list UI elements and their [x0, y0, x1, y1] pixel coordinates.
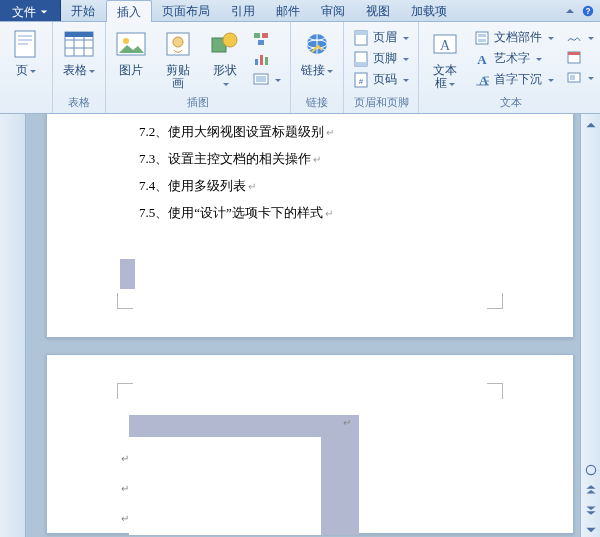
smartart-button[interactable] [250, 30, 284, 48]
document-workspace: 7.2、使用大纲视图设置标题级别 7.3、设置主控文档的相关操作 7.4、使用多… [0, 114, 600, 537]
pagenum-label: 页码 [373, 71, 397, 88]
ribbon-tab-strip: 文件 开始 插入 页面布局 引用 邮件 审阅 视图 加载项 ? [0, 0, 600, 22]
svg-rect-21 [255, 59, 258, 65]
textbox-button[interactable]: A 文本框 [425, 26, 465, 92]
paragraph-mark: ↵ [121, 483, 129, 494]
shapes-label: 形状 [209, 64, 240, 90]
chart-button[interactable] [250, 50, 284, 68]
page-icon [10, 28, 42, 60]
margin-marker [487, 293, 503, 309]
svg-rect-37 [478, 34, 486, 37]
links-label: 链接 [301, 64, 333, 77]
pagenum-button[interactable]: # 页码 [350, 70, 412, 89]
screenshot-drop [273, 72, 281, 86]
text-cursor-selection[interactable] [120, 259, 135, 289]
clipart-button[interactable]: 剪贴画 [157, 26, 200, 92]
signature-icon [566, 29, 582, 45]
svg-rect-29 [355, 31, 367, 35]
svg-rect-38 [478, 39, 486, 42]
wordart-button[interactable]: A 艺术字 [471, 49, 557, 68]
quickparts-label: 文档部件 [494, 29, 542, 46]
screenshot-button[interactable] [250, 70, 284, 88]
group-illustrations: 图片 剪贴画 形状 [106, 22, 291, 113]
svg-text:#: # [359, 77, 364, 86]
svg-rect-3 [18, 35, 32, 37]
footer-icon [353, 51, 369, 67]
svg-rect-22 [260, 55, 263, 65]
group-links-label: 链接 [306, 95, 328, 111]
svg-rect-23 [265, 57, 268, 65]
object-button[interactable] [563, 68, 597, 86]
browse-object-icon[interactable] [584, 463, 598, 477]
svg-rect-47 [570, 75, 575, 80]
quickparts-icon [474, 30, 490, 46]
paragraph: 7.5、使用“设计”选项卡下的样式 [139, 200, 493, 227]
selected-shape[interactable] [129, 415, 359, 535]
tab-addins[interactable]: 加载项 [401, 0, 458, 21]
dropcap-button[interactable]: A 首字下沉 [471, 70, 557, 89]
link-icon [301, 28, 333, 60]
svg-text:A: A [440, 38, 451, 53]
group-headerfooter: 页眉 页脚 # 页码 页眉和页脚 [344, 22, 419, 113]
header-icon [353, 30, 369, 46]
document-text[interactable]: 7.2、使用大纲视图设置标题级别 7.3、设置主控文档的相关操作 7.4、使用多… [139, 119, 493, 227]
table-icon [63, 28, 95, 60]
prev-page-icon[interactable] [584, 483, 598, 497]
group-page: 页 [0, 22, 53, 113]
quickparts-button[interactable]: 文档部件 [471, 28, 557, 47]
pagenum-icon: # [353, 72, 369, 88]
picture-label: 图片 [119, 64, 143, 77]
tab-file[interactable]: 文件 [0, 0, 61, 21]
margin-marker [117, 293, 133, 309]
page-1[interactable]: 7.2、使用大纲视图设置标题级别 7.3、设置主控文档的相关操作 7.4、使用多… [46, 114, 574, 338]
page-2[interactable]: ↵ ↵ ↵ [46, 354, 574, 534]
tab-mail[interactable]: 邮件 [266, 0, 311, 21]
datetime-icon [566, 49, 582, 65]
svg-text:?: ? [585, 7, 590, 16]
group-headerfooter-label: 页眉和页脚 [354, 95, 409, 111]
shapes-icon [209, 28, 241, 60]
svg-rect-25 [256, 76, 266, 82]
tab-insert[interactable]: 插入 [106, 0, 152, 22]
header-label: 页眉 [373, 29, 397, 46]
tab-view[interactable]: 视图 [356, 0, 401, 21]
tab-references[interactable]: 引用 [221, 0, 266, 21]
next-page-icon[interactable] [584, 503, 598, 517]
table-button[interactable]: 表格 [59, 26, 99, 79]
group-text: A 文本框 文档部件 A 艺术字 A 首字下沉 [419, 22, 600, 113]
paragraph-mark: ↵ [121, 453, 129, 464]
help-area: ? [564, 0, 600, 21]
tab-home[interactable]: 开始 [61, 0, 106, 21]
object-icon [566, 69, 582, 85]
svg-rect-5 [18, 43, 28, 45]
pages-container: 7.2、使用大纲视图设置标题级别 7.3、设置主控文档的相关操作 7.4、使用多… [46, 114, 574, 537]
picture-button[interactable]: 图片 [112, 26, 151, 79]
vertical-scrollbar[interactable] [580, 114, 600, 537]
tab-layout[interactable]: 页面布局 [152, 0, 221, 21]
header-button[interactable]: 页眉 [350, 28, 412, 47]
signature-button[interactable] [563, 28, 597, 46]
svg-rect-19 [262, 33, 268, 38]
dropcap-label: 首字下沉 [494, 71, 542, 88]
help-icon[interactable]: ? [582, 5, 594, 17]
textbox-label: 文本框 [429, 64, 461, 90]
chevron-up-icon[interactable] [564, 5, 576, 17]
datetime-button[interactable] [563, 48, 597, 66]
scroll-down-icon[interactable] [584, 523, 598, 537]
picture-icon [115, 28, 147, 60]
smartart-icon [253, 31, 269, 47]
links-button[interactable]: 链接 [297, 26, 337, 79]
scroll-up-icon[interactable] [584, 118, 598, 132]
screenshot-icon [253, 71, 269, 87]
page-button[interactable]: 页 [6, 26, 46, 79]
tab-review[interactable]: 审阅 [311, 0, 356, 21]
shapes-button[interactable]: 形状 [205, 26, 244, 92]
svg-rect-31 [355, 62, 367, 66]
group-text-label: 文本 [500, 95, 522, 111]
group-page-label [24, 98, 27, 111]
svg-point-48 [586, 465, 595, 474]
footer-button[interactable]: 页脚 [350, 49, 412, 68]
margin-marker [487, 383, 503, 399]
vertical-ruler[interactable] [0, 114, 26, 537]
svg-rect-45 [568, 52, 580, 55]
